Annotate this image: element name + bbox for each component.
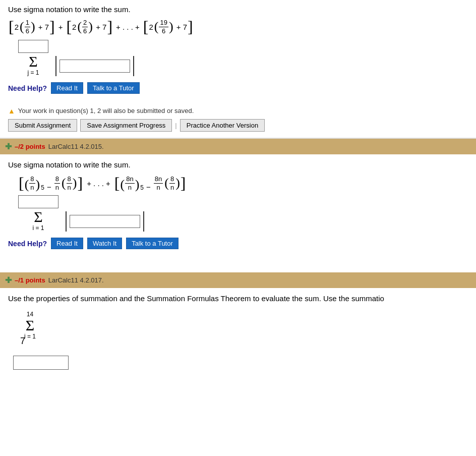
instructions-1: Use sigma notation to write the sum. <box>8 5 468 14</box>
sigma-input-row-2: Σ i = 1 <box>18 195 468 232</box>
plus-icon-2: ✚ <box>5 142 12 151</box>
watch-it-button-2[interactable]: Watch It <box>87 238 122 249</box>
sigma-upper-input-2[interactable] <box>18 195 58 208</box>
section-2-header: ✚ –/2 points LarCalc11 4.2.015. <box>0 139 476 154</box>
warning-text: Your work in question(s) 1, 2 will also … <box>18 107 194 115</box>
practice-another-button[interactable]: Practice Another Version <box>180 119 265 132</box>
problem-id-3: LarCalc11 4.2.017. <box>48 276 104 284</box>
talk-to-tutor-button-2[interactable]: Talk to a Tutor <box>126 238 178 249</box>
problem-id-2: LarCalc11 4.2.015. <box>48 143 104 150</box>
warning-icon: ▲ <box>8 107 15 115</box>
section-2-content: Use sigma notation to write the sum. [ (… <box>0 154 476 257</box>
warning-row: ▲ Your work in question(s) 1, 2 will als… <box>8 107 468 115</box>
sigma-upper-input-1[interactable] <box>18 40 48 53</box>
save-progress-button[interactable]: Save Assignment Progress <box>80 119 172 132</box>
sigma-body-input-1[interactable] <box>60 60 130 73</box>
need-help-row-1: Need Help? Read It Talk to a Tutor <box>8 82 468 94</box>
section-3-content: Use the properties of summation and the … <box>0 288 476 382</box>
read-it-button-2[interactable]: Read It <box>51 238 83 249</box>
need-help-label-1: Need Help? <box>8 84 47 92</box>
need-help-row-2: Need Help? Read It Watch It Talk to a Tu… <box>8 238 468 249</box>
submit-assignment-button[interactable]: Submit Assignment <box>8 119 77 132</box>
instructions-3: Use the properties of summation and the … <box>8 294 468 303</box>
plus-icon-3: ✚ <box>5 275 12 285</box>
need-help-label-2: Need Help? <box>8 240 47 248</box>
math-expression-2: [ ( 8n ) 5 − 8n ( 8n ) ] + . . . + [ <box>18 175 468 191</box>
sigma-input-row-1: Σ j = 1 <box>18 40 468 76</box>
section-3-header: ✚ –/1 points LarCalc11 4.2.017. <box>0 272 476 288</box>
action-buttons: Submit Assignment Save Assignment Progre… <box>8 119 468 132</box>
points-label-2: –/2 points <box>15 143 45 150</box>
answer-input-3[interactable] <box>13 356 69 370</box>
talk-to-tutor-button-1[interactable]: Talk to a Tutor <box>87 82 140 94</box>
points-label-3: –/1 points <box>15 276 45 284</box>
math-expression-1: [ 2 ( 16 ) + 7 ] + [ 2 ( 26 ) <box>8 19 468 35</box>
sigma-body-input-2[interactable] <box>70 215 140 228</box>
instructions-2: Use sigma notation to write the sum. <box>8 160 468 169</box>
read-it-button-1[interactable]: Read It <box>51 82 83 94</box>
